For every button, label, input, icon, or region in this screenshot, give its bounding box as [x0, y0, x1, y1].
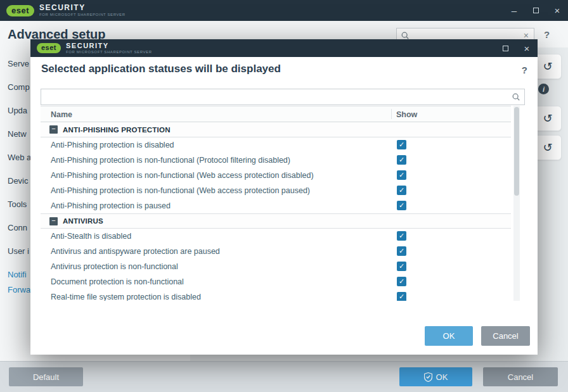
status-row: Antivirus and antispyware protection are…: [41, 244, 511, 259]
status-row: Document protection is non-functional✓: [41, 274, 511, 289]
status-row: Anti-Phishing protection is paused✓: [41, 198, 511, 213]
status-row: Anti-Phishing protection is non-function…: [41, 183, 511, 198]
show-checkbox[interactable]: ✓: [397, 201, 406, 210]
dialog-window-controls: ×: [494, 39, 538, 57]
minimize-icon[interactable]: –: [503, 0, 525, 21]
status-name: Anti-Phishing protection is disabled: [51, 141, 174, 149]
brand-block: SECURITY FOR MICROSOFT SHAREPOINT SERVER: [66, 42, 152, 54]
main-window-controls: – ×: [503, 0, 568, 21]
status-row: Real-time file system protection is disa…: [41, 289, 511, 301]
status-row: Anti-Phishing protection is disabled✓: [41, 137, 511, 153]
show-checkbox[interactable]: ✓: [397, 246, 406, 256]
dialog-search: [41, 89, 525, 105]
sidebar-item[interactable]: Netw: [8, 127, 33, 142]
dialog-ok-button[interactable]: OK: [425, 326, 473, 346]
table-header: Name Show: [41, 106, 511, 122]
search-icon: [401, 31, 410, 40]
close-icon[interactable]: ×: [516, 39, 538, 57]
maximize-glyph: [503, 46, 508, 51]
ok-button-label: OK: [436, 372, 448, 382]
status-name: Anti-Phishing protection is non-function…: [51, 171, 314, 180]
sidebar-item[interactable]: Conn: [8, 220, 33, 236]
show-checkbox[interactable]: ✓: [397, 186, 406, 195]
default-button[interactable]: Default: [9, 367, 83, 386]
sidebar-item[interactable]: Forwa: [8, 282, 33, 298]
sidebar-item[interactable]: Serve: [8, 56, 33, 72]
group-label: ANTIVIRUS: [63, 217, 103, 225]
close-icon[interactable]: ×: [546, 0, 568, 21]
collapse-icon[interactable]: −: [49, 125, 58, 134]
help-icon[interactable]: ?: [544, 29, 550, 40]
scrollbar-thumb[interactable]: [514, 107, 519, 196]
revert-button[interactable]: ↺: [534, 135, 562, 160]
product-name: SECURITY: [39, 4, 126, 12]
main-titlebar: eset SECURITY FOR MICROSOFT SHAREPOINT S…: [0, 0, 568, 21]
ok-button[interactable]: OK: [399, 367, 472, 386]
main-search-input[interactable]: [410, 31, 522, 40]
undo-icon: ↺: [543, 60, 552, 73]
sidebar-item[interactable]: User i: [8, 244, 33, 259]
status-name: Anti-Phishing protection is non-function…: [51, 156, 290, 165]
cancel-button[interactable]: Cancel: [483, 367, 558, 386]
main-footer: Default OK Cancel: [0, 361, 568, 392]
dialog-body: Selected application statuses will be di…: [30, 57, 538, 355]
status-name: Document protection is non-functional: [51, 277, 184, 286]
column-header-show: Show: [396, 110, 417, 119]
show-checkbox[interactable]: ✓: [397, 262, 406, 271]
status-name: Antivirus and antispyware protection are…: [51, 247, 220, 256]
column-header-name: Name: [51, 110, 72, 119]
show-checkbox[interactable]: ✓: [397, 170, 406, 180]
undo-icon: ↺: [543, 111, 552, 125]
status-dialog: eset SECURITY FOR MICROSOFT SHAREPOINT S…: [30, 39, 538, 355]
status-row: Anti-Phishing protection is non-function…: [41, 168, 511, 183]
column-divider: [391, 109, 392, 119]
status-name: Antivirus protection is non-functional: [51, 262, 178, 271]
scrollbar-track[interactable]: [513, 106, 520, 301]
sidebar-item[interactable]: Web a: [8, 150, 33, 165]
undo-icon: ↺: [543, 141, 552, 155]
status-name: Anti-Stealth is disabled: [51, 232, 131, 241]
shield-check-icon: [424, 372, 432, 382]
eset-logo: eset: [37, 43, 61, 53]
group-label: ANTI-PHISHING PROTECTION: [63, 126, 171, 134]
sidebar-item[interactable]: Tools: [8, 197, 33, 212]
dialog-help-icon[interactable]: ?: [522, 65, 527, 75]
status-table: Name Show −ANTI-PHISHING PROTECTIONAnti-…: [41, 106, 511, 301]
status-name: Real-time file system protection is disa…: [51, 293, 201, 301]
status-name: Anti-Phishing protection is paused: [51, 201, 171, 210]
info-icon[interactable]: i: [538, 84, 549, 94]
status-table-body: −ANTI-PHISHING PROTECTIONAnti-Phishing p…: [41, 122, 511, 301]
status-row: Antivirus protection is non-functional✓: [41, 259, 511, 274]
show-checkbox[interactable]: ✓: [397, 155, 406, 165]
show-checkbox[interactable]: ✓: [397, 231, 406, 241]
sidebar: ServeCompUpdaNetwWeb aDevicToolsConnUser…: [8, 56, 33, 306]
status-row: Anti-Phishing protection is non-function…: [41, 153, 511, 168]
collapse-icon[interactable]: −: [49, 217, 58, 225]
eset-logo: eset: [6, 5, 34, 16]
status-name: Anti-Phishing protection is non-function…: [51, 186, 310, 195]
brand-block: SECURITY FOR MICROSOFT SHAREPOINT SERVER: [39, 4, 126, 17]
dialog-titlebar: eset SECURITY FOR MICROSOFT SHAREPOINT S…: [30, 39, 538, 57]
sidebar-item[interactable]: Notifi: [8, 267, 33, 282]
search-icon: [512, 92, 520, 101]
show-checkbox[interactable]: ✓: [397, 292, 406, 301]
product-subtitle: FOR MICROSOFT SHAREPOINT SERVER: [39, 12, 126, 17]
product-subtitle: FOR MICROSOFT SHAREPOINT SERVER: [66, 49, 152, 54]
revert-button[interactable]: ↺: [534, 54, 562, 79]
status-row: Anti-Stealth is disabled✓: [41, 229, 511, 244]
revert-button[interactable]: ↺: [534, 106, 562, 131]
show-checkbox[interactable]: ✓: [397, 140, 406, 149]
dialog-search-input[interactable]: [45, 92, 512, 101]
group-row[interactable]: −ANTI-PHISHING PROTECTION: [41, 122, 511, 137]
maximize-glyph: [533, 8, 539, 13]
maximize-icon[interactable]: [494, 39, 516, 57]
group-row[interactable]: −ANTIVIRUS: [41, 213, 511, 229]
dialog-title: Selected application statuses will be di…: [41, 63, 281, 75]
show-checkbox[interactable]: ✓: [397, 277, 406, 286]
dialog-cancel-button[interactable]: Cancel: [481, 326, 530, 346]
product-name: SECURITY: [66, 42, 152, 49]
sidebar-item[interactable]: Comp: [8, 80, 33, 95]
sidebar-item[interactable]: Devic: [8, 174, 33, 189]
sidebar-item[interactable]: Upda: [8, 103, 33, 118]
maximize-icon[interactable]: [525, 0, 546, 21]
